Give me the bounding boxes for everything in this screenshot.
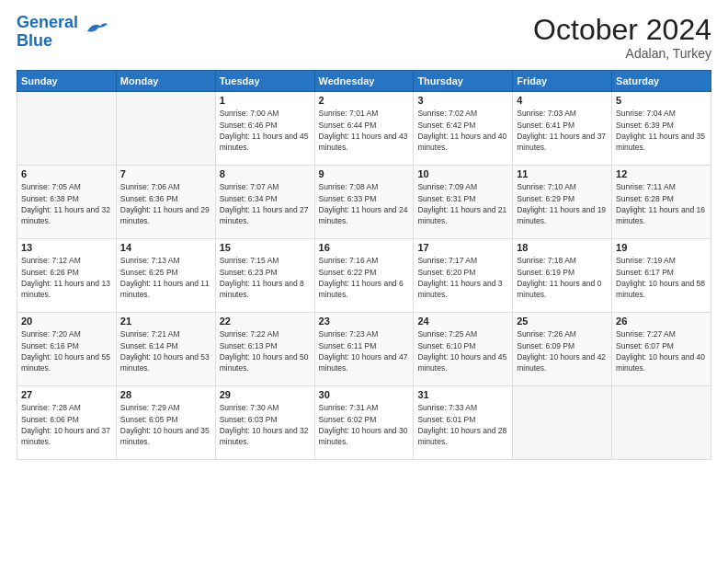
day-number: 20 xyxy=(21,316,112,327)
day-number: 21 xyxy=(120,316,211,327)
month-title: October 2024 xyxy=(533,14,711,46)
day-cell: 8Sunrise: 7:07 AMSunset: 6:34 PMDaylight… xyxy=(215,166,314,239)
day-cell: 28Sunrise: 7:29 AMSunset: 6:05 PMDayligh… xyxy=(116,386,215,460)
day-cell xyxy=(116,92,215,166)
day-number: 23 xyxy=(319,316,410,327)
day-cell: 15Sunrise: 7:15 AMSunset: 6:23 PMDayligh… xyxy=(215,239,314,313)
day-cell: 29Sunrise: 7:30 AMSunset: 6:03 PMDayligh… xyxy=(215,386,314,460)
day-info: Sunrise: 7:04 AMSunset: 6:39 PMDaylight:… xyxy=(616,108,707,153)
day-cell: 25Sunrise: 7:26 AMSunset: 6:09 PMDayligh… xyxy=(513,313,612,386)
header-row: SundayMondayTuesdayWednesdayThursdayFrid… xyxy=(17,71,711,92)
day-number: 24 xyxy=(417,316,508,327)
day-cell: 22Sunrise: 7:22 AMSunset: 6:13 PMDayligh… xyxy=(215,313,314,386)
day-info: Sunrise: 7:23 AMSunset: 6:11 PMDaylight:… xyxy=(319,328,410,373)
day-cell: 27Sunrise: 7:28 AMSunset: 6:06 PMDayligh… xyxy=(17,386,117,460)
day-cell: 10Sunrise: 7:09 AMSunset: 6:31 PMDayligh… xyxy=(414,166,513,239)
day-number: 2 xyxy=(319,95,410,106)
day-info: Sunrise: 7:06 AMSunset: 6:36 PMDaylight:… xyxy=(120,181,211,226)
day-info: Sunrise: 7:18 AMSunset: 6:19 PMDaylight:… xyxy=(517,255,608,300)
day-info: Sunrise: 7:12 AMSunset: 6:26 PMDaylight:… xyxy=(21,255,112,300)
day-cell: 7Sunrise: 7:06 AMSunset: 6:36 PMDaylight… xyxy=(116,166,215,239)
day-number: 13 xyxy=(21,242,112,253)
day-cell: 14Sunrise: 7:13 AMSunset: 6:25 PMDayligh… xyxy=(116,239,215,313)
day-number: 11 xyxy=(517,168,608,179)
day-cell: 5Sunrise: 7:04 AMSunset: 6:39 PMDaylight… xyxy=(612,92,711,166)
day-cell: 31Sunrise: 7:33 AMSunset: 6:01 PMDayligh… xyxy=(414,386,513,460)
day-info: Sunrise: 7:03 AMSunset: 6:41 PMDaylight:… xyxy=(517,108,608,153)
day-cell: 18Sunrise: 7:18 AMSunset: 6:19 PMDayligh… xyxy=(513,239,612,313)
day-info: Sunrise: 7:07 AMSunset: 6:34 PMDaylight:… xyxy=(220,181,311,226)
day-number: 29 xyxy=(220,389,311,400)
day-number: 25 xyxy=(517,316,608,327)
day-number: 19 xyxy=(616,242,707,253)
day-info: Sunrise: 7:15 AMSunset: 6:23 PMDaylight:… xyxy=(220,255,311,300)
day-cell: 23Sunrise: 7:23 AMSunset: 6:11 PMDayligh… xyxy=(314,313,414,386)
day-info: Sunrise: 7:10 AMSunset: 6:29 PMDaylight:… xyxy=(517,181,608,226)
col-header-friday: Friday xyxy=(513,71,612,92)
page: General Blue October 2024 Adalan, Turkey… xyxy=(0,0,728,563)
title-area: October 2024 Adalan, Turkey xyxy=(533,14,711,61)
day-number: 10 xyxy=(417,168,508,179)
day-cell: 26Sunrise: 7:27 AMSunset: 6:07 PMDayligh… xyxy=(612,313,711,386)
day-cell xyxy=(612,386,711,460)
day-cell: 21Sunrise: 7:21 AMSunset: 6:14 PMDayligh… xyxy=(116,313,215,386)
logo: General Blue xyxy=(17,14,109,51)
day-info: Sunrise: 7:20 AMSunset: 6:16 PMDaylight:… xyxy=(21,328,112,373)
location-subtitle: Adalan, Turkey xyxy=(533,46,711,61)
day-number: 14 xyxy=(120,242,211,253)
week-row-4: 20Sunrise: 7:20 AMSunset: 6:16 PMDayligh… xyxy=(17,313,711,386)
day-cell: 30Sunrise: 7:31 AMSunset: 6:02 PMDayligh… xyxy=(314,386,414,460)
day-info: Sunrise: 7:30 AMSunset: 6:03 PMDaylight:… xyxy=(220,402,311,447)
day-cell: 12Sunrise: 7:11 AMSunset: 6:28 PMDayligh… xyxy=(612,166,711,239)
week-row-3: 13Sunrise: 7:12 AMSunset: 6:26 PMDayligh… xyxy=(17,239,711,313)
logo-general: General xyxy=(17,13,78,31)
day-info: Sunrise: 7:11 AMSunset: 6:28 PMDaylight:… xyxy=(616,181,707,226)
header: General Blue October 2024 Adalan, Turkey xyxy=(17,14,711,61)
day-info: Sunrise: 7:08 AMSunset: 6:33 PMDaylight:… xyxy=(319,181,410,226)
day-cell: 24Sunrise: 7:25 AMSunset: 6:10 PMDayligh… xyxy=(414,313,513,386)
calendar-table: SundayMondayTuesdayWednesdayThursdayFrid… xyxy=(17,70,711,460)
day-cell: 9Sunrise: 7:08 AMSunset: 6:33 PMDaylight… xyxy=(314,166,414,239)
week-row-5: 27Sunrise: 7:28 AMSunset: 6:06 PMDayligh… xyxy=(17,386,711,460)
day-info: Sunrise: 7:13 AMSunset: 6:25 PMDaylight:… xyxy=(120,255,211,300)
day-number: 12 xyxy=(616,168,707,179)
day-cell: 19Sunrise: 7:19 AMSunset: 6:17 PMDayligh… xyxy=(612,239,711,313)
col-header-sunday: Sunday xyxy=(17,71,117,92)
col-header-thursday: Thursday xyxy=(414,71,513,92)
day-number: 30 xyxy=(319,389,410,400)
col-header-tuesday: Tuesday xyxy=(215,71,314,92)
day-cell: 13Sunrise: 7:12 AMSunset: 6:26 PMDayligh… xyxy=(17,239,117,313)
day-number: 15 xyxy=(220,242,311,253)
day-cell: 4Sunrise: 7:03 AMSunset: 6:41 PMDaylight… xyxy=(513,92,612,166)
day-info: Sunrise: 7:02 AMSunset: 6:42 PMDaylight:… xyxy=(417,108,508,153)
day-cell: 2Sunrise: 7:01 AMSunset: 6:44 PMDaylight… xyxy=(314,92,414,166)
day-info: Sunrise: 7:01 AMSunset: 6:44 PMDaylight:… xyxy=(319,108,410,153)
day-number: 7 xyxy=(120,168,211,179)
day-info: Sunrise: 7:19 AMSunset: 6:17 PMDaylight:… xyxy=(616,255,707,300)
day-info: Sunrise: 7:00 AMSunset: 6:46 PMDaylight:… xyxy=(220,108,311,153)
day-number: 22 xyxy=(220,316,311,327)
day-number: 1 xyxy=(220,95,311,106)
day-cell: 20Sunrise: 7:20 AMSunset: 6:16 PMDayligh… xyxy=(17,313,117,386)
day-cell: 16Sunrise: 7:16 AMSunset: 6:22 PMDayligh… xyxy=(314,239,414,313)
day-number: 5 xyxy=(616,95,707,106)
day-info: Sunrise: 7:33 AMSunset: 6:01 PMDaylight:… xyxy=(417,402,508,447)
day-number: 31 xyxy=(417,389,508,400)
day-cell: 3Sunrise: 7:02 AMSunset: 6:42 PMDaylight… xyxy=(414,92,513,166)
day-number: 17 xyxy=(417,242,508,253)
day-info: Sunrise: 7:16 AMSunset: 6:22 PMDaylight:… xyxy=(319,255,410,300)
day-cell: 17Sunrise: 7:17 AMSunset: 6:20 PMDayligh… xyxy=(414,239,513,313)
day-cell: 11Sunrise: 7:10 AMSunset: 6:29 PMDayligh… xyxy=(513,166,612,239)
day-number: 16 xyxy=(319,242,410,253)
day-number: 6 xyxy=(21,168,112,179)
col-header-monday: Monday xyxy=(116,71,215,92)
day-number: 4 xyxy=(517,95,608,106)
day-number: 26 xyxy=(616,316,707,327)
col-header-wednesday: Wednesday xyxy=(314,71,414,92)
logo-blue: Blue xyxy=(17,31,52,50)
day-number: 9 xyxy=(319,168,410,179)
day-cell: 1Sunrise: 7:00 AMSunset: 6:46 PMDaylight… xyxy=(215,92,314,166)
day-cell xyxy=(513,386,612,460)
day-info: Sunrise: 7:26 AMSunset: 6:09 PMDaylight:… xyxy=(517,328,608,373)
day-number: 3 xyxy=(417,95,508,106)
